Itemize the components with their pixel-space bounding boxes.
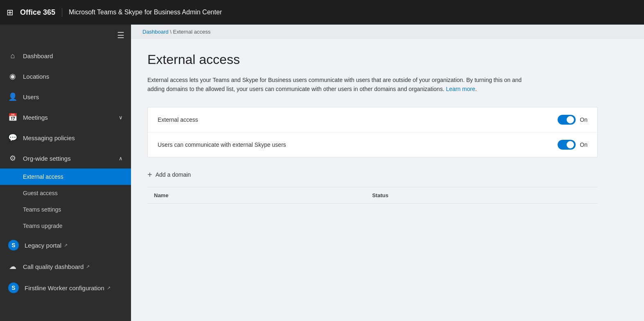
users-icon: 👤 [8, 92, 17, 101]
meetings-chevron-icon: ∨ [119, 114, 123, 121]
add-domain-section: + Add a domain Name Status [147, 167, 598, 204]
breadcrumb-parent[interactable]: Dashboard [142, 29, 169, 35]
sidebar-teams-settings-label: Teams settings [23, 206, 61, 213]
sidebar-meetings-label: Meetings [23, 114, 117, 121]
skype-users-toggle[interactable] [558, 140, 576, 150]
orgwide-icon: ⚙ [8, 154, 17, 163]
page-content: External access External access lets you… [131, 39, 644, 217]
add-domain-button[interactable]: + Add a domain [147, 167, 191, 182]
page-description: External access lets your Teams and Skyp… [147, 75, 540, 94]
sidebar-orgwide-label: Org-wide settings [23, 155, 117, 162]
skype-users-label: Users can communicate with external Skyp… [158, 141, 558, 148]
app-title: Microsoft Teams & Skype for Business Adm… [69, 9, 222, 16]
table-col-name: Name [147, 187, 366, 203]
sidebar-locations-label: Locations [23, 73, 123, 80]
learn-more-link[interactable]: Learn more [446, 86, 475, 92]
sidebar-messaging-label: Messaging policies [23, 134, 123, 141]
grid-icon[interactable]: ⊞ [7, 7, 14, 17]
sidebar-item-dashboard[interactable]: ⌂ Dashboard [0, 46, 131, 66]
home-icon: ⌂ [8, 52, 17, 60]
external-link-icon: ↗ [64, 243, 68, 248]
messaging-icon: 💬 [8, 133, 17, 142]
sidebar-subitem-guest-access[interactable]: Guest access [0, 185, 131, 201]
page-title: External access [147, 52, 631, 67]
skype-users-state-label: On [580, 141, 588, 148]
breadcrumb-current: External access [173, 29, 210, 35]
sidebar-item-call-quality[interactable]: ☁ Call quality dashboard ↗ [0, 256, 131, 277]
sidebar-item-messaging[interactable]: 💬 Messaging policies [0, 127, 131, 148]
sidebar-item-orgwide[interactable]: ⚙ Org-wide settings ∧ [0, 148, 131, 168]
sidebar-item-legacy-portal[interactable]: S Legacy portal ↗ [0, 234, 131, 256]
sidebar-subitem-external-access[interactable]: External access [0, 168, 131, 185]
call-quality-external-link-icon: ↗ [86, 264, 90, 269]
sidebar-legacy-label: Legacy portal [25, 242, 61, 249]
external-access-toggle[interactable] [558, 115, 576, 125]
content-area: Dashboard \ External access External acc… [131, 25, 644, 321]
external-access-row: External access On [148, 107, 597, 132]
external-access-label: External access [158, 116, 558, 123]
external-access-state-label: On [580, 116, 588, 123]
main-layout: ☰ ⌂ Dashboard ◉ Locations 👤 Users 📅 Meet… [0, 25, 644, 321]
orgwide-chevron-icon: ∧ [119, 155, 123, 162]
sidebar-dashboard-label: Dashboard [23, 52, 123, 59]
office-label: Office 365 [20, 8, 62, 17]
skype-users-track [558, 140, 576, 150]
sidebar-teams-upgrade-label: Teams upgrade [23, 223, 63, 229]
sidebar-item-locations[interactable]: ◉ Locations [0, 66, 131, 87]
firstline-external-link-icon: ↗ [107, 285, 111, 291]
skype-users-row: Users can communicate with external Skyp… [148, 132, 597, 157]
sidebar-callquality-label: Call quality dashboard [23, 263, 84, 270]
add-domain-plus-icon: + [147, 171, 152, 179]
sidebar-subitem-teams-upgrade[interactable]: Teams upgrade [0, 218, 131, 234]
sidebar-guest-access-label: Guest access [23, 190, 58, 196]
firstline-worker-icon: S [8, 282, 19, 293]
sidebar: ☰ ⌂ Dashboard ◉ Locations 👤 Users 📅 Meet… [0, 25, 131, 321]
sidebar-firstline-label: Firstline Worker configuration [25, 285, 104, 291]
legacy-portal-icon: S [8, 240, 19, 250]
call-quality-icon: ☁ [8, 262, 17, 271]
location-icon: ◉ [8, 72, 17, 81]
sidebar-item-meetings[interactable]: 📅 Meetings ∨ [0, 107, 131, 127]
external-access-track [558, 115, 576, 125]
sidebar-external-access-label: External access [23, 173, 63, 180]
sidebar-subitem-teams-settings[interactable]: Teams settings [0, 201, 131, 218]
settings-card: External access On Users can communicate [147, 107, 598, 157]
external-access-control: On [558, 115, 588, 125]
external-access-thumb [567, 116, 574, 123]
sidebar-users-label: Users [23, 93, 123, 100]
sidebar-item-firstline-worker[interactable]: S Firstline Worker configuration ↗ [0, 277, 131, 299]
skype-users-control: On [558, 140, 588, 150]
skype-users-thumb [567, 141, 574, 148]
hamburger-button[interactable]: ☰ [0, 25, 131, 46]
meetings-icon: 📅 [8, 113, 17, 122]
table-col-status: Status [366, 187, 598, 203]
sidebar-item-users[interactable]: 👤 Users [0, 87, 131, 107]
add-domain-label: Add a domain [156, 171, 191, 178]
domain-table: Name Status [147, 187, 598, 204]
breadcrumb: Dashboard \ External access [131, 25, 644, 39]
topbar: ⊞ Office 365 Microsoft Teams & Skype for… [0, 0, 644, 25]
